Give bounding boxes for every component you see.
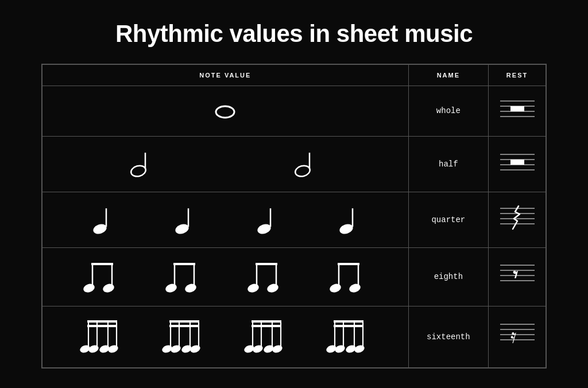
svg-rect-6 xyxy=(510,106,524,111)
half-note-1 xyxy=(126,147,160,181)
svg-point-9 xyxy=(295,164,312,177)
quarter-notes-cell xyxy=(42,192,409,247)
header-note-value: NOTE VALUE xyxy=(42,64,409,86)
eighth-notes-cell xyxy=(42,247,409,306)
quarter-name: quarter xyxy=(408,192,488,247)
half-rest xyxy=(489,136,546,192)
table-row: whole xyxy=(42,86,546,136)
svg-point-68 xyxy=(169,344,181,354)
svg-rect-15 xyxy=(510,160,524,165)
svg-rect-73 xyxy=(252,320,281,323)
svg-rect-74 xyxy=(252,325,281,327)
whole-notes-cell xyxy=(42,86,409,136)
header-rest: REST xyxy=(489,64,546,86)
svg-point-78 xyxy=(252,344,264,354)
svg-point-32 xyxy=(102,282,115,294)
svg-rect-53 xyxy=(87,320,117,323)
half-notes-cell xyxy=(42,136,409,192)
svg-text:𝄾: 𝄾 xyxy=(513,270,518,278)
whole-rest xyxy=(489,86,546,136)
whole-name: whole xyxy=(408,86,488,136)
sixteenth-notes-group-1 xyxy=(79,317,125,357)
svg-point-35 xyxy=(164,282,178,294)
sixteenth-notes-group-4 xyxy=(326,317,372,357)
quarter-rest-symbol xyxy=(494,201,540,236)
eighth-rest-symbol: 𝄾 xyxy=(494,258,540,293)
half-note-2 xyxy=(290,147,324,181)
svg-point-88 xyxy=(334,344,346,354)
sixteenth-notes-group-2 xyxy=(161,317,207,357)
svg-point-82 xyxy=(271,344,283,354)
table-row: half xyxy=(42,136,546,192)
svg-point-47 xyxy=(348,282,362,294)
svg-point-1 xyxy=(221,110,229,114)
sixteenth-name: sixteenth xyxy=(408,306,488,367)
svg-text:𝄿: 𝄿 xyxy=(510,332,516,343)
half-rest-symbol xyxy=(494,146,540,180)
svg-point-42 xyxy=(266,282,280,294)
eighth-notes-group-3 xyxy=(246,258,287,296)
eighth-rest: 𝄾 xyxy=(489,247,546,306)
whole-rest-symbol xyxy=(494,92,540,127)
svg-point-7 xyxy=(130,164,147,177)
svg-rect-83 xyxy=(334,320,363,323)
svg-rect-63 xyxy=(169,320,199,323)
svg-rect-64 xyxy=(169,325,199,327)
sixteenth-notes-group-3 xyxy=(243,317,289,357)
sixteenth-rest-symbol: 𝄿 xyxy=(494,319,540,353)
whole-note-1 xyxy=(208,99,242,122)
quarter-note-1 xyxy=(91,203,114,237)
quarter-rest xyxy=(489,192,546,247)
eighth-notes-group-1 xyxy=(82,258,122,296)
svg-point-62 xyxy=(107,344,119,354)
svg-point-45 xyxy=(328,282,342,294)
svg-rect-33 xyxy=(173,263,195,265)
eighth-name: eighth xyxy=(408,247,488,306)
svg-rect-54 xyxy=(87,325,117,327)
svg-rect-84 xyxy=(334,325,363,327)
svg-point-72 xyxy=(189,344,201,354)
header-name: NAME xyxy=(408,64,488,86)
svg-rect-28 xyxy=(91,263,113,265)
table-row: quarter xyxy=(42,192,546,247)
svg-point-58 xyxy=(87,344,99,354)
page-title: Rhythmic values in sheet music xyxy=(115,20,473,48)
svg-point-40 xyxy=(246,282,260,294)
svg-rect-43 xyxy=(338,263,359,265)
quarter-note-4 xyxy=(337,203,360,237)
svg-point-92 xyxy=(353,344,365,354)
svg-rect-38 xyxy=(256,263,277,265)
quarter-note-3 xyxy=(255,203,278,237)
sixteenth-notes-cell xyxy=(42,306,409,367)
sixteenth-rest: 𝄿 xyxy=(489,306,546,367)
table-row: sixteenth 𝄿 xyxy=(42,306,546,367)
eighth-notes-group-2 xyxy=(164,258,204,296)
half-name: half xyxy=(408,136,488,192)
svg-point-30 xyxy=(82,282,96,294)
table-row: eighth 𝄾 xyxy=(42,247,546,306)
music-table: NOTE VALUE NAME REST whole xyxy=(41,64,547,368)
svg-point-37 xyxy=(184,282,198,294)
quarter-note-2 xyxy=(173,203,196,237)
eighth-notes-group-4 xyxy=(328,258,369,296)
